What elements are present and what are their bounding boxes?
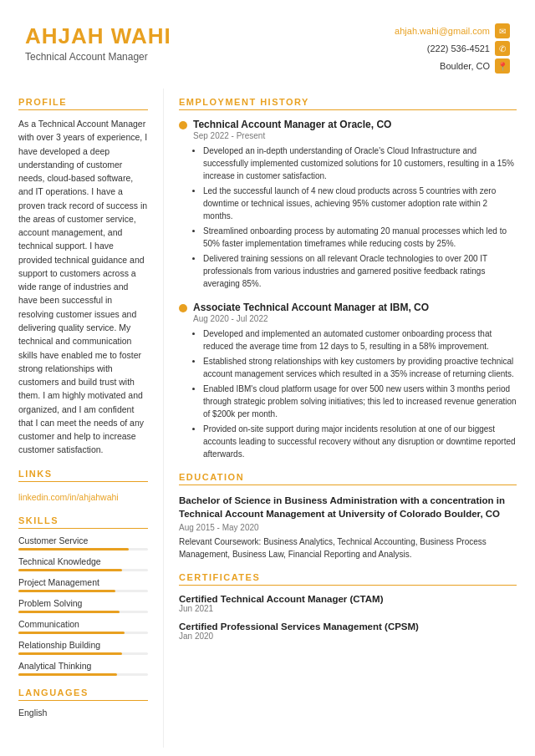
skill-bar-bg [18,632,148,634]
skill-name: Technical Knowledge [18,556,148,566]
skill-bar-fill [18,632,125,634]
candidate-title: Technical Account Manager [25,51,171,63]
bullet-item: Established strong relationships with ke… [203,355,517,380]
education-section-title: EDUCATION [179,472,517,485]
bullet-item: Developed and implemented an automated c… [203,327,517,353]
cert-title: Certified Technical Account Manager (CTA… [179,594,517,604]
job-dot [179,121,187,129]
location-icon: 📍 [495,58,510,74]
skill-item: Project Management [18,577,148,592]
education-text: Relevant Coursework: Business Analytics,… [179,535,517,561]
skill-bar-fill [18,611,120,613]
right-column: EMPLOYMENT HISTORY Technical Account Man… [163,89,535,748]
skill-name: Communication [18,619,148,629]
language-english: English [18,708,148,718]
job-date: Sep 2022 - Present [193,131,517,140]
skill-item: Communication [18,619,148,634]
skill-bar-fill [18,652,122,655]
bullet-item: Developed an in-depth understanding of O… [203,145,517,182]
job-bullets: Developed and implemented an automated c… [193,327,517,460]
skill-bar-bg [18,652,148,655]
job-title: Associate Technical Account Manager at I… [179,302,517,313]
links-section-title: LINKS [18,469,148,482]
skill-name: Project Management [18,577,148,587]
header-left: AHJAH WAHI Technical Account Manager [25,23,171,63]
job-title-text: Associate Technical Account Manager at I… [193,302,429,313]
skill-name: Relationship Building [18,640,148,650]
skill-item: Technical Knowledge [18,556,148,571]
skill-name: Customer Service [18,535,148,545]
certificates-list: Certified Technical Account Manager (CTA… [179,594,517,641]
bullet-item: Delivered training sessions on all relev… [203,252,517,290]
skill-bar-bg [18,590,148,592]
bullet-item: Led the successful launch of 4 new cloud… [203,185,517,222]
skill-name: Analytical Thinking [18,661,148,671]
email-icon: ✉ [495,23,510,38]
certificate-entry: Certified Technical Account Manager (CTA… [179,594,517,613]
employment-entry: Technical Account Manager at Oracle, CO … [179,119,517,290]
education-date: Aug 2015 - May 2020 [179,523,517,532]
certificate-entry: Certified Professional Services Manageme… [179,622,517,641]
skill-bar-fill [18,673,117,676]
job-date: Aug 2020 - Jul 2022 [193,314,517,323]
candidate-name: AHJAH WAHI [25,23,171,49]
cert-date: Jan 2020 [179,632,517,641]
skill-item: Analytical Thinking [18,661,148,676]
job-dot [179,304,187,312]
education-title: Bachelor of Science in Business Administ… [179,494,517,520]
skill-item: Problem Solving [18,598,148,613]
skill-bar-fill [18,590,115,592]
skill-item: Customer Service [18,535,148,551]
linkedin-link[interactable]: linkedin.com/in/ahjahwahi [18,492,119,502]
phone-icon: ✆ [495,41,510,56]
bullet-item: Provided on-site support during major in… [203,423,517,460]
employment-entry: Associate Technical Account Manager at I… [179,302,517,460]
profile-section-title: PROFILE [18,97,148,110]
job-bullets: Developed an in-depth understanding of O… [193,145,517,290]
location-row: Boulder, CO 📍 [440,58,510,74]
resume-body: PROFILE As a Technical Account Manager w… [0,89,535,756]
bullet-item: Enabled IBM's cloud platform usage for o… [203,383,517,420]
cert-title: Certified Professional Services Manageme… [179,622,517,632]
skills-list: Customer Service Technical Knowledge Pro… [18,535,148,676]
languages-section-title: LANGUAGES [18,688,148,701]
skill-bar-fill [18,569,122,571]
profile-text: As a Technical Account Manager with over… [18,117,148,457]
phone-text: (222) 536-4521 [427,43,490,53]
skill-bar-bg [18,611,148,613]
employment-section-title: EMPLOYMENT HISTORY [179,97,517,110]
skill-bar-bg [18,548,148,551]
skills-section-title: SKILLS [18,515,148,529]
skill-name: Problem Solving [18,598,148,608]
email-link[interactable]: ahjah.wahi@gmail.com [395,26,490,36]
skill-bar-bg [18,673,148,676]
job-title-text: Technical Account Manager at Oracle, CO [193,119,391,130]
bullet-item: Streamlined onboarding process by automa… [203,225,517,250]
header-right: ahjah.wahi@gmail.com ✉ (222) 536-4521 ✆ … [395,23,510,74]
cert-date: Jun 2021 [179,604,517,613]
resume-container: AHJAH WAHI Technical Account Manager ahj… [0,0,535,756]
skill-bar-bg [18,569,148,571]
left-column: PROFILE As a Technical Account Manager w… [0,89,163,748]
location-text: Boulder, CO [440,61,490,71]
resume-header: AHJAH WAHI Technical Account Manager ahj… [0,0,535,89]
skill-item: Relationship Building [18,640,148,655]
employment-list: Technical Account Manager at Oracle, CO … [179,119,517,460]
job-title: Technical Account Manager at Oracle, CO [179,119,517,130]
certificates-section-title: CERTIFICATES [179,572,517,586]
email-row: ahjah.wahi@gmail.com ✉ [395,23,510,38]
phone-row: (222) 536-4521 ✆ [427,41,510,56]
skill-bar-fill [18,548,129,551]
